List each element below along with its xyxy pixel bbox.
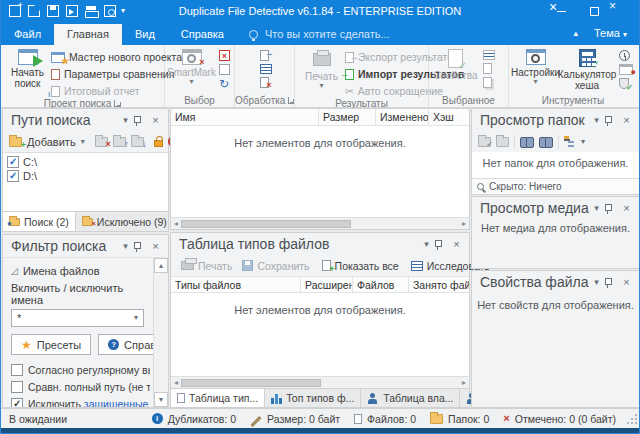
- section-file-names[interactable]: Имена файлов: [11, 265, 150, 277]
- close-icon[interactable]: [619, 203, 634, 214]
- combo-dropdown-icon[interactable]: [134, 314, 138, 322]
- close-icon[interactable]: [449, 239, 464, 250]
- smartmark-button[interactable]: SmartMark: [168, 47, 215, 93]
- scroll-left-icon[interactable]: [171, 379, 181, 387]
- show-all-button[interactable]: + Показать все: [318, 257, 403, 275]
- column-file-types[interactable]: Типы файлов: [171, 277, 301, 292]
- start-search-button[interactable]: Начать поиск: [4, 47, 51, 98]
- column-hash[interactable]: Хэш: [429, 109, 469, 125]
- uncheck-all-icon[interactable]: [219, 64, 230, 75]
- tab-search-paths[interactable]: ● Поиск (2): [3, 212, 76, 231]
- new-project-icon[interactable]: [9, 5, 21, 17]
- print-icon[interactable]: [85, 5, 97, 17]
- exclude-protected-checkbox[interactable]: [11, 398, 23, 407]
- pin-icon[interactable]: [434, 239, 449, 250]
- panel-menu-icon[interactable]: [589, 204, 604, 213]
- check-marked-icon[interactable]: [219, 50, 230, 61]
- open-project-icon[interactable]: [28, 5, 40, 17]
- scroll-up-icon[interactable]: [154, 258, 168, 273]
- path-item[interactable]: D:\: [7, 169, 164, 183]
- types-save-button[interactable]: Сохранить: [238, 257, 313, 275]
- fullpath-checkbox-row[interactable]: Сравн. полный путь (не только и: [11, 381, 150, 393]
- pin-icon[interactable]: [133, 115, 148, 126]
- close-icon[interactable]: [148, 241, 163, 252]
- tab-help[interactable]: Справка: [168, 24, 237, 45]
- tell-me-box[interactable]: Что вы хотите сделать...: [237, 28, 402, 45]
- panel-menu-icon[interactable]: [589, 278, 604, 287]
- column-occupied[interactable]: Занято файла: [409, 277, 469, 292]
- pin-icon[interactable]: [604, 115, 619, 126]
- hidden-filter-bar[interactable]: Скрыто: Ничего: [472, 178, 639, 194]
- quick-access-dropdown-icon[interactable]: [121, 7, 125, 15]
- scroll-right-icon[interactable]: [459, 379, 469, 387]
- save-icon[interactable]: [47, 5, 59, 17]
- column-size[interactable]: Размер: [319, 109, 376, 125]
- error-report-icon[interactable]: ●: [619, 64, 633, 75]
- presets-button[interactable]: Пресеты: [11, 334, 91, 355]
- settings-button[interactable]: Настройки: [512, 47, 559, 93]
- add-path-button[interactable]: Добавить: [27, 136, 76, 148]
- delete-files-icon[interactable]: [260, 77, 269, 88]
- name-pattern-combobox[interactable]: *: [11, 309, 144, 327]
- help-button[interactable]: ? Справка: [98, 334, 153, 355]
- column-name[interactable]: Имя: [171, 109, 319, 125]
- summary-report-button[interactable]: i Итоговый отчет: [51, 84, 182, 98]
- move-files-icon[interactable]: →: [260, 50, 269, 61]
- minimize-button[interactable]: [549, 0, 579, 22]
- path-checkbox[interactable]: [7, 156, 19, 168]
- pin-icon[interactable]: [604, 277, 619, 288]
- tab-home[interactable]: Главная: [54, 24, 122, 45]
- resize-grip[interactable]: [627, 414, 637, 424]
- hash-calculator-button[interactable]: Калькулятор хеша: [559, 47, 615, 93]
- tab-view[interactable]: Вид: [122, 24, 168, 45]
- uncheck-folder-icon[interactable]: [496, 137, 509, 147]
- print-results-button[interactable]: Печать: [298, 47, 345, 98]
- export-icon[interactable]: [66, 5, 78, 17]
- panel-menu-icon[interactable]: [118, 242, 133, 251]
- move-path-down-icon[interactable]: ↓: [131, 137, 144, 147]
- close-icon[interactable]: [619, 277, 634, 288]
- path-checkbox[interactable]: [7, 170, 19, 182]
- check-folder-icon[interactable]: ✓: [478, 137, 491, 147]
- print-preview-icon[interactable]: [104, 5, 116, 17]
- close-icon[interactable]: [619, 115, 634, 126]
- tree-view-icon[interactable]: [564, 136, 576, 147]
- scroll-thumb[interactable]: [181, 220, 351, 228]
- protected-types-link[interactable]: защищенные типы фа: [84, 398, 150, 407]
- pin-icon[interactable]: [604, 203, 619, 214]
- column-modified[interactable]: Изменено: [376, 109, 429, 125]
- tab-excluded-paths[interactable]: Исключено (9): [76, 212, 174, 231]
- panel-menu-icon[interactable]: [419, 240, 434, 249]
- path-item[interactable]: C:\: [7, 155, 164, 169]
- add-path-icon[interactable]: +: [9, 137, 22, 147]
- results-hscrollbar[interactable]: [171, 217, 469, 229]
- filter-scrollbar[interactable]: [153, 258, 168, 407]
- types-hscrollbar[interactable]: [171, 376, 469, 388]
- regex-checkbox-row[interactable]: Согласно регулярному выражени: [11, 364, 150, 376]
- maximize-button[interactable]: [579, 0, 609, 22]
- scroll-down-icon[interactable]: [154, 392, 168, 407]
- types-print-button[interactable]: Печать: [177, 257, 236, 275]
- scheduler-icon[interactable]: [619, 50, 630, 61]
- close-button[interactable]: [609, 0, 639, 22]
- rename-files-icon[interactable]: [260, 64, 272, 74]
- panel-menu-icon[interactable]: [118, 116, 133, 125]
- collapse-ribbon-icon[interactable]: [573, 29, 578, 38]
- find-icon[interactable]: [520, 137, 534, 146]
- pin-icon[interactable]: [133, 241, 148, 252]
- project-dialog-launcher-icon[interactable]: [114, 100, 121, 107]
- protection-shield-icon[interactable]: [619, 78, 629, 89]
- column-files[interactable]: Файлов: [353, 277, 409, 292]
- add-path-dropdown-icon[interactable]: [81, 138, 85, 146]
- tab-types-table[interactable]: Таблица тип...: [171, 389, 265, 407]
- tag-selected-icon[interactable]: [483, 50, 495, 60]
- scroll-left-icon[interactable]: [171, 220, 181, 228]
- regex-checkbox[interactable]: [11, 364, 23, 376]
- lock-icon[interactable]: [154, 140, 163, 147]
- move-path-up-icon[interactable]: ↑: [113, 137, 126, 147]
- tab-top-types[interactable]: Топ типов ф...: [265, 389, 361, 407]
- panel-menu-icon[interactable]: [589, 116, 604, 125]
- process-dialog-launcher-icon[interactable]: [288, 97, 294, 104]
- fullpath-checkbox[interactable]: [11, 381, 23, 393]
- column-extension[interactable]: Расширение: [301, 277, 353, 292]
